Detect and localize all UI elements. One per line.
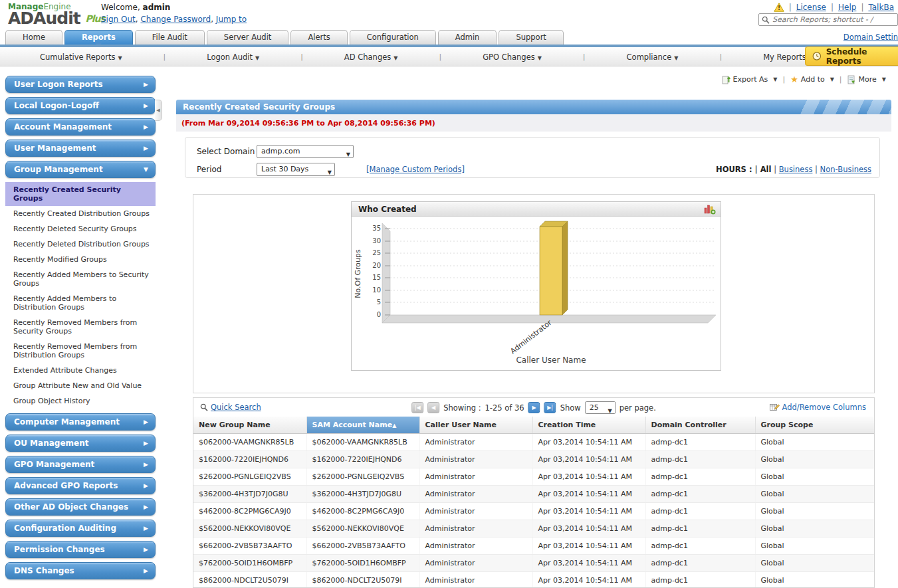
column-header-domain-controller[interactable]: Domain Controller xyxy=(645,417,755,433)
manage-custom-periods-link[interactable]: [Manage Custom Periods] xyxy=(366,165,465,174)
sign-out-link[interactable]: Sign Out xyxy=(101,15,136,24)
page-size-select[interactable]: 25 xyxy=(585,401,616,414)
column-header-sam-account-name[interactable]: SAM Account Name▲ xyxy=(306,417,419,433)
tab-reports[interactable]: Reports xyxy=(64,30,133,45)
export-as-button[interactable]: Export As xyxy=(722,75,778,84)
talkback-link[interactable]: TalkBa xyxy=(868,3,894,12)
chevron-right-icon xyxy=(144,119,148,136)
reports-subnav: Cumulative Reports Logon Audit AD Change… xyxy=(0,47,898,66)
column-header-caller-user-name[interactable]: Caller User Name xyxy=(419,417,532,433)
column-header-new-group-name[interactable]: New Group Name xyxy=(193,417,306,433)
sidebar-item-group-object-history[interactable]: Group Object History xyxy=(5,393,156,409)
license-link[interactable]: License xyxy=(796,3,826,12)
table-row[interactable]: $462000-8C2PMG6CA9J0$462000-8C2PMG6CA9J0… xyxy=(193,502,875,520)
period-select[interactable]: Last 30 Days xyxy=(257,163,335,176)
sidebar-section-account-management[interactable]: Account Management xyxy=(5,118,156,136)
last-page-button[interactable]: ▶| xyxy=(544,402,556,413)
sidebar-section-user-logon-reports[interactable]: User Logon Reports xyxy=(5,76,156,93)
more-button[interactable]: More xyxy=(847,75,886,84)
x-axis-label: Caller User Name xyxy=(516,355,586,365)
chevron-right-icon xyxy=(144,98,148,114)
subnav-gpo-changes[interactable]: GPO Changes xyxy=(483,52,542,62)
subnav-cumulative-reports[interactable]: Cumulative Reports xyxy=(40,52,122,62)
schedule-reports-button[interactable]: Schedule Reports xyxy=(805,47,898,66)
sidebar-section-gpo-management[interactable]: GPO Management xyxy=(5,456,156,473)
sidebar-item-recently-created-security-groups[interactable]: Recently Created Security Groups xyxy=(5,182,156,206)
divider xyxy=(782,75,785,84)
next-page-button[interactable]: ▶ xyxy=(528,402,540,413)
column-header-creation-time[interactable]: Creation Time xyxy=(532,417,645,433)
sidebar-section-other-ad-object-changes[interactable]: Other AD Object Changes xyxy=(5,498,156,516)
help-link[interactable]: Help xyxy=(838,3,856,12)
jump-to-link[interactable]: Jump to xyxy=(216,15,247,24)
sidebar-section-computer-management[interactable]: Computer Management xyxy=(5,413,156,431)
table-row[interactable]: $162000-7220IEJHQND6$162000-7220IEJHQND6… xyxy=(193,450,875,468)
sidebar-item-recently-deleted-distribution-groups[interactable]: Recently Deleted Distribution Groups xyxy=(5,237,156,252)
chevron-right-icon xyxy=(144,520,148,537)
chevron-down-icon xyxy=(538,55,542,61)
report-title-bar: Recently Created Security Groups xyxy=(176,100,891,114)
table-row[interactable]: $062000-VAAMGNKR85LB$062000-VAAMGNKR85LB… xyxy=(193,433,875,450)
sidebar-item-recently-deleted-security-groups[interactable]: Recently Deleted Security Groups xyxy=(5,221,156,237)
sidebar-section-configuration-auditing[interactable]: Configuration Auditing xyxy=(5,520,156,537)
hours-label: HOURS : xyxy=(716,165,752,174)
add-remove-columns-button[interactable]: Add/Remove Columns xyxy=(770,403,867,412)
tab-support[interactable]: Support xyxy=(499,30,563,45)
divider xyxy=(300,52,303,61)
sidebar-section-ou-management[interactable]: OU Management xyxy=(5,435,156,452)
hours-all-option[interactable]: All xyxy=(752,165,772,174)
domain-select[interactable]: admp.com xyxy=(257,145,354,158)
sidebar-section-user-management[interactable]: User Management xyxy=(5,140,156,157)
sidebar-item-recently-removed-members-distribution[interactable]: Recently Removed Members from Distributi… xyxy=(5,339,156,363)
tab-admin[interactable]: Admin xyxy=(438,30,497,45)
sidebar-item-recently-added-members-distribution[interactable]: Recently Added Members to Distribution G… xyxy=(5,291,156,315)
tab-configuration[interactable]: Configuration xyxy=(350,30,436,45)
table-row[interactable]: $362000-4H3TJD7J0G8U$362000-4H3TJD7J0G8U… xyxy=(193,485,875,502)
y-tick: 20 xyxy=(372,262,381,269)
sidebar-item-recently-added-members-security[interactable]: Recently Added Members to Security Group… xyxy=(5,267,156,291)
hours-filter: HOURS : All Business Non-Business xyxy=(716,165,871,174)
bar-administrator xyxy=(540,227,562,315)
sidebar-item-recently-modified-groups[interactable]: Recently Modified Groups xyxy=(5,252,156,267)
first-page-button[interactable]: |◀ xyxy=(411,402,423,413)
subnav-compliance[interactable]: Compliance xyxy=(627,52,679,62)
column-header-group-scope[interactable]: Group Scope xyxy=(755,417,875,433)
search-input[interactable] xyxy=(772,15,895,25)
tab-server-audit[interactable]: Server Audit xyxy=(207,30,289,45)
table-row[interactable]: $562000-NEKKOVI80VQE$562000-NEKKOVI80VQE… xyxy=(193,520,875,537)
sidebar-item-extended-attribute-changes[interactable]: Extended Attribute Changes xyxy=(5,363,156,378)
table-row[interactable]: $862000-NDCLT2U5079I$862000-NDCLT2U5079I… xyxy=(193,571,875,588)
sidebar-item-recently-created-distribution-groups[interactable]: Recently Created Distribution Groups xyxy=(5,206,156,221)
sidebar-section-permission-changes[interactable]: Permission Changes xyxy=(5,541,156,558)
sidebar-section-dns-changes[interactable]: DNS Changes xyxy=(5,562,156,579)
username: admin xyxy=(143,3,171,12)
sidebar-item-group-attribute-new-old[interactable]: Group Attribute New and Old Value xyxy=(5,378,156,393)
sidebar-section-local-logon-logoff[interactable]: Local Logon-Logoff xyxy=(5,97,156,114)
tab-file-audit[interactable]: File Audit xyxy=(135,30,205,45)
divider xyxy=(583,52,586,61)
sidebar-section-group-management[interactable]: Group Management xyxy=(5,161,156,178)
table-row[interactable]: $762000-5OID1H6OMBFP$762000-5OID1H6OMBFP… xyxy=(193,554,875,571)
divider xyxy=(840,75,842,84)
warning-icon[interactable]: ! xyxy=(774,3,784,12)
sidebar-section-advanced-gpo-reports[interactable]: Advanced GPO Reports xyxy=(5,477,156,494)
chevron-down-icon xyxy=(144,161,148,178)
change-password-link[interactable]: Change Password xyxy=(140,15,211,24)
table-row[interactable]: $262000-PGNLGEIQ2VBS$262000-PGNLGEIQ2VBS… xyxy=(193,468,875,485)
prev-page-button[interactable]: ◀ xyxy=(427,402,439,413)
report-search-box[interactable] xyxy=(758,13,898,26)
quick-search-button[interactable]: Quick Search xyxy=(200,403,261,412)
subnav-ad-changes[interactable]: AD Changes xyxy=(344,52,398,62)
chart-options-icon[interactable] xyxy=(704,204,716,215)
subnav-logon-audit[interactable]: Logon Audit xyxy=(207,52,259,62)
sidebar-collapse-handle[interactable]: ◀ xyxy=(155,100,162,121)
tab-home[interactable]: Home xyxy=(5,30,62,45)
sidebar-item-recently-removed-members-security[interactable]: Recently Removed Members from Security G… xyxy=(5,315,156,339)
domain-settings-link[interactable]: Domain Settin xyxy=(843,33,898,42)
hours-business-option[interactable]: Business xyxy=(779,165,813,174)
tab-alerts[interactable]: Alerts xyxy=(290,30,347,45)
add-to-button[interactable]: ★ Add to xyxy=(790,74,834,84)
export-icon xyxy=(722,75,730,84)
hours-nonbusiness-option[interactable]: Non-Business xyxy=(820,165,871,174)
table-row[interactable]: $662000-2VB5B73AAFTO$662000-2VB5B73AAFTO… xyxy=(193,537,875,554)
